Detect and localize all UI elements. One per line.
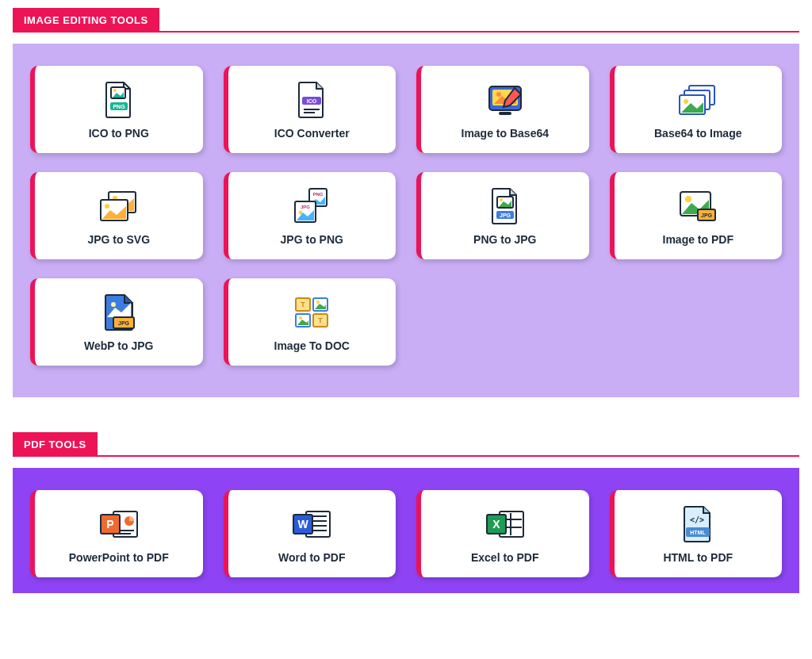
svg-point-41 [299, 316, 302, 320]
tool-card[interactable]: T T Image To DOC [224, 278, 396, 366]
tool-card[interactable]: X Excel to PDF [416, 490, 589, 577]
image-jpg-badge-icon: JPG [677, 186, 718, 227]
word-icon: W [290, 504, 333, 545]
powerpoint-icon: P [98, 504, 140, 545]
tool-card-label: JPG to SVG [87, 233, 150, 246]
svg-text:JPG: JPG [701, 213, 713, 218]
svg-point-26 [500, 198, 503, 201]
ico-file-icon: ICO [296, 79, 327, 121]
images-stack-icon [676, 79, 719, 121]
section-rule [98, 455, 799, 457]
tool-card-label: Excel to PDF [471, 551, 539, 564]
section-title: IMAGE EDITING TOOLS [13, 8, 159, 33]
tool-card[interactable]: JPG WebP to JPG [30, 278, 203, 366]
tool-card[interactable]: P PowerPoint to PDF [30, 490, 203, 577]
svg-rect-11 [499, 112, 511, 115]
svg-text:X: X [492, 518, 500, 531]
svg-point-33 [111, 302, 116, 307]
svg-point-1 [113, 89, 117, 92]
tool-card-label: JPG to PNG [281, 233, 343, 246]
svg-text:P: P [106, 518, 113, 531]
svg-point-39 [316, 301, 320, 304]
tool-card-label: ICO to PNG [89, 127, 149, 140]
tool-card[interactable]: JPG PNG to JPG [416, 172, 589, 259]
section-1: PDF TOOLS P PowerPoint to PDF W Word to … [13, 432, 799, 593]
excel-icon: X [484, 504, 527, 545]
tool-card-label: Word to PDF [278, 551, 346, 564]
card-grid: P PowerPoint to PDF W Word to PDF X Exce… [30, 490, 782, 577]
svg-point-19 [105, 204, 109, 209]
svg-text:T: T [319, 316, 324, 324]
tool-card[interactable]: JPG to SVG [30, 172, 203, 259]
svg-text:</>: </> [690, 515, 704, 524]
html-file-icon: </> HTML [681, 504, 714, 545]
tool-card[interactable]: Base64 to Image [610, 66, 783, 153]
tool-card-label: Base64 to Image [654, 127, 742, 140]
webp-jpg-icon: JPG [101, 292, 137, 333]
tool-card[interactable]: Image to Base64 [416, 66, 589, 153]
svg-text:JPG: JPG [118, 320, 130, 326]
image-edit-icon [485, 79, 526, 121]
svg-text:PNG: PNG [113, 104, 125, 109]
section-header: PDF TOOLS [13, 432, 799, 457]
tool-card-label: Image to PDF [663, 233, 733, 246]
svg-point-10 [496, 92, 501, 97]
tool-card[interactable]: W Word to PDF [224, 490, 396, 577]
tool-card[interactable]: JPG Image to PDF [610, 172, 783, 259]
svg-text:ICO: ICO [307, 98, 317, 104]
svg-text:T: T [301, 301, 306, 308]
tool-card[interactable]: PNG ICO to PNG [30, 66, 203, 153]
jpg-file-icon: JPG [489, 186, 521, 227]
image-doc-grid-icon: T T [293, 292, 331, 333]
jpg-png-convert-icon: PNG JPG [290, 186, 333, 227]
svg-text:HTML: HTML [691, 530, 707, 535]
png-file-icon: PNG [103, 79, 135, 121]
section-panel: P PowerPoint to PDF W Word to PDF X Exce… [13, 468, 799, 593]
svg-text:W: W [298, 518, 309, 531]
section-header: IMAGE EDITING TOOLS [13, 8, 799, 33]
svg-text:PNG: PNG [313, 192, 324, 197]
card-grid: PNG ICO to PNG ICO ICO Converter Image t… [30, 66, 782, 366]
tool-card[interactable]: PNG JPG JPG to PNG [224, 172, 396, 259]
svg-point-30 [685, 196, 691, 202]
section-rule [159, 31, 799, 33]
tool-card-label: HTML to PDF [663, 551, 733, 564]
section-panel: PNG ICO to PNG ICO ICO Converter Image t… [13, 44, 799, 397]
svg-text:JPG: JPG [301, 205, 310, 209]
tool-card-label: WebP to JPG [84, 339, 153, 352]
tool-card-label: Image To DOC [274, 339, 350, 352]
section-0: IMAGE EDITING TOOLS PNG ICO to PNG ICO I… [13, 8, 799, 397]
images-stack-alt-icon [98, 186, 140, 227]
tool-card[interactable]: </> HTML HTML to PDF [610, 490, 783, 577]
svg-point-15 [684, 99, 688, 104]
section-title: PDF TOOLS [13, 432, 98, 457]
tool-card-label: PowerPoint to PDF [69, 551, 169, 564]
tool-card-label: Image to Base64 [462, 127, 550, 140]
tool-card-label: ICO Converter [274, 127, 350, 140]
svg-text:JPG: JPG [500, 213, 511, 218]
tool-card-label: PNG to JPG [473, 233, 536, 246]
tool-card[interactable]: ICO ICO Converter [224, 66, 396, 153]
